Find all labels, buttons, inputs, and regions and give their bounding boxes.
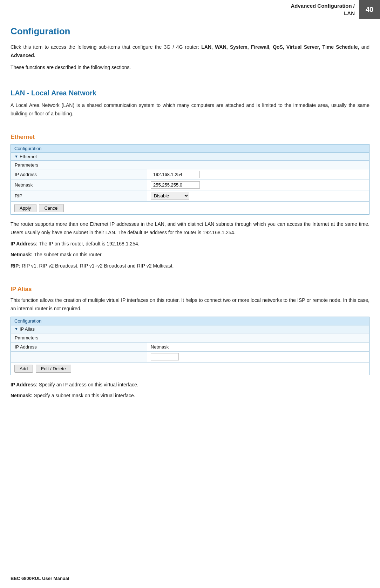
ethernet-arrow-icon: ▼ [14,154,18,158]
ethernet-params-table: Parameters IP Address Netmask RIP Disabl… [11,161,369,202]
ip-alias-section-label: IP Alias [20,326,35,332]
ip-alias-config-header: Configuration [11,317,369,325]
ip-alias-ip-desc-text: Specify an IP address on this virtual in… [39,382,138,387]
ip-alias-empty-ip [11,351,147,362]
ip-alias-col-netmask-header: Netmask [147,342,369,351]
ethernet-cancel-button[interactable]: Cancel [39,204,63,212]
ethernet-rip-term: RIP: [11,263,20,269]
ethernet-desc2: IP Address: The IP on this router, defau… [11,240,369,248]
lan-section-title: LAN - Local Area Network [11,89,369,97]
ip-alias-netmask-input[interactable] [151,353,179,360]
intro-paragraph2: These functions are described in the fol… [11,63,369,72]
ip-alias-actions: Add Edit / Delete [11,362,369,375]
ethernet-ip-term: IP Address: [11,241,38,246]
ip-alias-desc2: Netmask: Specify a subnet mask on this v… [11,392,369,400]
ip-alias-edit-delete-button[interactable]: Edit / Delete [36,365,71,373]
ethernet-section-label: Ethernet [20,154,37,159]
ethernet-rip-select[interactable]: Disable RIP v1 RIP v2 Broadcast RIP v1+v… [151,192,189,200]
ip-alias-params-header: Parameters [11,333,369,342]
ip-alias-col-ip-header: IP Address [11,342,147,351]
ethernet-desc3: Netmask: The subnet mask on this router. [11,251,369,259]
ethernet-netmask-label: Netmask [11,180,147,190]
ethernet-netmask-input[interactable] [151,181,200,189]
ethernet-desc4: RIP: RIP v1, RIP v2 Broadcast, RIP v1+v2… [11,262,369,270]
ip-alias-section-row: ▼ IP Alias [11,325,369,333]
ip-alias-section-title: IP Alias [11,286,369,293]
ethernet-netmask-desc-text: The subnet mask on this router. [34,252,103,257]
page-number: 40 [359,0,380,19]
ip-alias-arrow-icon: ▼ [14,327,18,331]
page-header: Advanced Configuration / LAN 40 [0,0,380,19]
ip-alias-empty-netmask [147,351,369,362]
ethernet-rip-desc-text: RIP v1, RIP v2 Broadcast, RIP v1+v2 Broa… [22,263,174,269]
ip-alias-description: This function allows the creation of mul… [11,296,369,313]
ethernet-rip-label: RIP [11,190,147,201]
footer-text: BEC 6800RUL User Manual [11,576,69,581]
ethernet-ip-row: IP Address [11,169,369,180]
ethernet-config-box: Configuration ▼ Ethernet Parameters IP A… [11,144,369,215]
ip-alias-add-button[interactable]: Add [14,365,33,373]
ip-alias-netmask-term: Netmask: [11,393,33,398]
ip-alias-col-header-row: IP Address Netmask [11,342,369,351]
header-title: Advanced Configuration / LAN [0,0,359,19]
ethernet-actions: Apply Cancel [11,202,369,214]
ip-alias-params-table: Parameters IP Address Netmask [11,333,369,362]
ip-alias-desc1: IP Address: Specify an IP address on thi… [11,381,369,389]
ethernet-rip-row: RIP Disable RIP v1 RIP v2 Broadcast RIP … [11,190,369,201]
page-footer: BEC 6800RUL User Manual [11,576,69,581]
page-title: Configuration [11,26,369,37]
ethernet-netmask-term: Netmask: [11,252,33,257]
ethernet-ip-value-cell [147,169,369,180]
ip-alias-config-box: Configuration ▼ IP Alias Parameters IP A… [11,317,369,375]
ethernet-netmask-value-cell [147,180,369,190]
ethernet-apply-button[interactable]: Apply [14,204,36,212]
ip-alias-empty-row [11,351,369,362]
ethernet-params-header: Parameters [11,161,369,169]
ip-alias-netmask-desc-text: Specify a subnet mask on this virtual in… [34,393,135,398]
ethernet-config-header: Configuration [11,144,369,153]
ethernet-ip-desc-text: The IP on this router, default is 192.16… [39,241,140,246]
ethernet-ip-input[interactable] [151,171,200,178]
lan-description: A Local Area Network (LAN) is a shared c… [11,101,369,118]
intro-paragraph1: Click this item to access the following … [11,43,369,60]
main-content: Configuration Click this item to access … [0,22,380,413]
ethernet-desc1: The router supports more than one Ethern… [11,220,369,237]
ip-alias-ip-term: IP Address: [11,382,38,387]
ethernet-section-row: ▼ Ethernet [11,153,369,161]
ethernet-ip-label: IP Address [11,169,147,180]
ethernet-netmask-row: Netmask [11,180,369,190]
ethernet-section-title: Ethernet [11,134,369,141]
ethernet-rip-value-cell: Disable RIP v1 RIP v2 Broadcast RIP v1+v… [147,190,369,201]
